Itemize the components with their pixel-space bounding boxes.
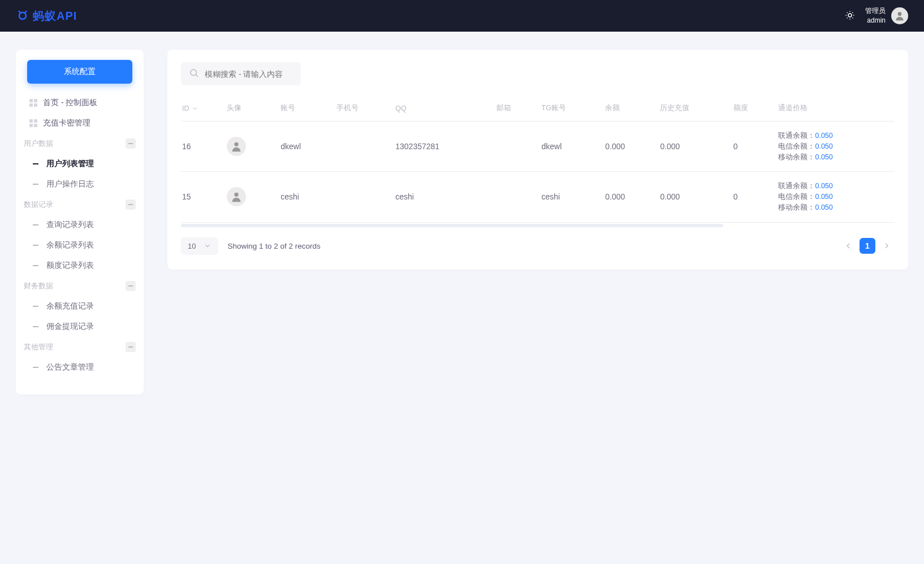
avatar	[891, 7, 908, 24]
col-account[interactable]: 账号	[276, 98, 331, 122]
search-icon	[189, 68, 199, 80]
cell-email	[492, 172, 537, 222]
dash-icon	[33, 224, 38, 225]
sun-icon[interactable]	[845, 10, 855, 22]
dash-icon	[33, 326, 38, 327]
nav-query-record[interactable]: 查询记录列表	[21, 215, 138, 235]
svg-point-2	[898, 12, 902, 16]
cell-phone	[332, 172, 391, 222]
nav-user-list[interactable]: 用户列表管理	[21, 154, 138, 174]
user-role: 管理员	[865, 6, 886, 16]
svg-point-1	[848, 14, 852, 17]
cell-account: ceshi	[276, 172, 331, 222]
cell-account: dkewl	[276, 122, 331, 172]
nav-group-label: 其他管理	[24, 342, 53, 352]
nav-commission[interactable]: 佣金提现记录	[21, 316, 138, 337]
cell-quota: 0	[729, 122, 774, 172]
svg-rect-3	[128, 143, 133, 144]
nav-balance-topup[interactable]: 余额充值记录	[21, 296, 138, 316]
col-channel[interactable]: 通道价格	[774, 98, 895, 122]
svg-point-0	[19, 12, 26, 19]
nav-sub-label: 余额充值记录	[46, 301, 94, 311]
horizontal-scrollbar[interactable]	[181, 224, 723, 227]
page-size-select[interactable]: 10	[181, 237, 218, 255]
search-box[interactable]	[181, 62, 301, 85]
sidebar: 系统配置 首页 - 控制面板 充值卡密管理 用户数据 用户列表管理 用户操作日志…	[16, 50, 144, 394]
nav-group-data-record[interactable]: 数据记录	[21, 194, 138, 215]
cell-tg: dkewl	[537, 122, 601, 172]
nav-balance-record[interactable]: 余额记录列表	[21, 235, 138, 255]
col-quota[interactable]: 额度	[729, 98, 774, 122]
nav-announcement[interactable]: 公告文章管理	[21, 357, 138, 378]
chevron-right-icon	[882, 241, 891, 250]
cell-avatar	[222, 172, 276, 222]
grid-icon	[29, 119, 37, 127]
user-text: 管理员 admin	[865, 6, 886, 25]
dash-icon	[33, 265, 38, 266]
brand-text: 蚂蚁API	[33, 8, 77, 24]
cell-history: 0.000	[655, 122, 728, 172]
cell-tg: ceshi	[537, 172, 601, 222]
chevron-down-icon	[192, 105, 198, 112]
nav-quota-record[interactable]: 额度记录列表	[21, 255, 138, 276]
nav-group-finance[interactable]: 财务数据	[21, 276, 138, 296]
cell-quota: 0	[729, 172, 774, 222]
table-row[interactable]: 16dkewl1302357281dkewl0.0000.0000联通余额：0.…	[181, 122, 895, 172]
header-right: 管理员 admin	[845, 6, 908, 25]
search-input[interactable]	[205, 70, 304, 79]
cell-channel: 联通余额：0.050电信余额：0.050移动余额：0.050	[774, 172, 895, 222]
user-table: ID 头像 账号 手机号 QQ 邮箱 TG账号 余额 历史充值 额度 通道价格	[181, 98, 895, 223]
col-qq[interactable]: QQ	[391, 98, 491, 122]
page-size-value: 10	[188, 242, 196, 250]
cell-phone	[332, 122, 391, 172]
nav-recharge-card[interactable]: 充值卡密管理	[21, 113, 138, 133]
nav-user-log[interactable]: 用户操作日志	[21, 174, 138, 194]
svg-rect-5	[128, 285, 133, 287]
cell-id: 15	[181, 172, 222, 222]
cell-balance: 0.000	[601, 122, 655, 172]
brand-logo[interactable]: 蚂蚁API	[16, 8, 77, 24]
nav-group-label: 数据记录	[24, 199, 53, 210]
nav-group-other[interactable]: 其他管理	[21, 337, 138, 357]
user-menu[interactable]: 管理员 admin	[865, 6, 908, 25]
dash-icon	[33, 367, 38, 368]
svg-point-9	[235, 193, 239, 197]
nav-sub-label: 公告文章管理	[46, 362, 94, 372]
table-row[interactable]: 15ceshiceshiceshi0.0000.0000联通余额：0.050电信…	[181, 172, 895, 222]
cell-id: 16	[181, 122, 222, 172]
records-text: Showing 1 to 2 of 2 records	[227, 242, 320, 250]
app-header: 蚂蚁API 管理员 admin	[0, 0, 924, 32]
col-email[interactable]: 邮箱	[492, 98, 537, 122]
svg-point-8	[235, 142, 239, 146]
svg-rect-6	[128, 346, 133, 348]
minus-icon	[126, 138, 136, 149]
nav-label: 充值卡密管理	[43, 118, 90, 128]
table-scroll[interactable]: ID 头像 账号 手机号 QQ 邮箱 TG账号 余额 历史充值 额度 通道价格	[181, 98, 895, 227]
svg-rect-4	[128, 204, 133, 205]
cell-qq: ceshi	[391, 172, 491, 222]
col-balance[interactable]: 余额	[601, 98, 655, 122]
nav-dashboard[interactable]: 首页 - 控制面板	[21, 93, 138, 113]
col-phone[interactable]: 手机号	[332, 98, 391, 122]
chevron-down-icon	[204, 242, 211, 250]
cell-balance: 0.000	[601, 172, 655, 222]
col-tg[interactable]: TG账号	[537, 98, 601, 122]
dash-icon	[33, 245, 38, 246]
nav-group-user-data[interactable]: 用户数据	[21, 133, 138, 154]
dash-icon	[33, 163, 38, 164]
nav-sub-label: 查询记录列表	[46, 220, 94, 230]
ant-icon	[16, 8, 29, 24]
minus-icon	[126, 281, 136, 291]
table-header-row: ID 头像 账号 手机号 QQ 邮箱 TG账号 余额 历史充值 额度 通道价格	[181, 98, 895, 122]
nav-sub-label: 用户列表管理	[46, 159, 94, 169]
col-id[interactable]: ID	[181, 98, 222, 122]
page-prev[interactable]	[840, 238, 856, 254]
cell-email	[492, 122, 537, 172]
page-next[interactable]	[879, 238, 895, 254]
col-history[interactable]: 历史充值	[655, 98, 728, 122]
col-avatar[interactable]: 头像	[222, 98, 276, 122]
page-1[interactable]: 1	[860, 238, 875, 254]
cell-avatar	[222, 122, 276, 172]
pagination: 1	[840, 238, 895, 254]
system-config-button[interactable]: 系统配置	[27, 60, 132, 84]
